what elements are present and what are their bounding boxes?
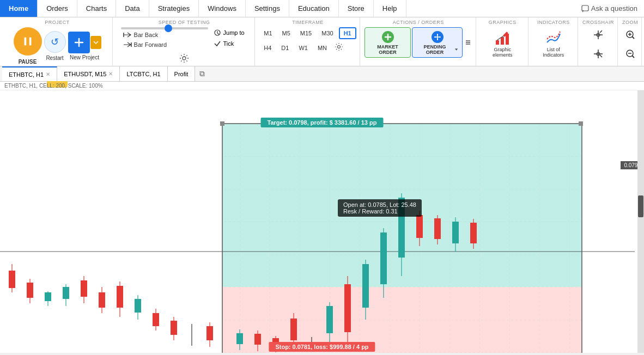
svg-rect-30 [45, 292, 51, 301]
project-group: PROJECT PAUSE ↺ Restart [2, 17, 113, 66]
zoom-out-button[interactable] [623, 46, 638, 63]
svg-rect-49 [236, 333, 243, 344]
chart-tab-ethusdt[interactable]: ETHUSDT, M15 ✕ [57, 66, 120, 81]
pending-order-button[interactable]: PENDING ORDER [412, 27, 462, 58]
graphic-elements-button[interactable]: Graphic elements [481, 27, 525, 60]
timeframe-label: TIMEFRAME [292, 20, 324, 25]
ask-question-btn[interactable]: Ask a question [575, 0, 644, 17]
svg-rect-38 [117, 286, 123, 308]
orders-dropdown-button[interactable] [464, 38, 472, 47]
tf-h1[interactable]: H1 [339, 27, 356, 39]
nav-charts[interactable]: Charts [77, 0, 116, 17]
testing-settings-button[interactable] [177, 51, 191, 67]
pause-button[interactable] [14, 27, 42, 56]
svg-rect-62 [362, 264, 369, 308]
svg-rect-9 [501, 37, 504, 45]
indicators-group: INDICATORS List of Indicators [530, 17, 578, 66]
jump-to-button[interactable]: Jump to [210, 28, 248, 38]
actions-label: ACTIONS / ORDERS [393, 20, 444, 25]
chart-tab-ethbtc[interactable]: ETHBTC, H1 ✕ [2, 66, 57, 81]
chart-tab-ltcbtc[interactable]: LTCBTC, H1 [120, 66, 167, 81]
nav-strategies[interactable]: Strategies [149, 0, 199, 17]
chart-info-bar: ETHBTC, H1, CELL: 200, SCALE: 100% [0, 82, 644, 90]
svg-rect-51 [254, 334, 261, 345]
svg-rect-74 [470, 223, 477, 243]
chart-settings-button[interactable] [332, 40, 345, 55]
pause-label: PAUSE [19, 59, 37, 65]
svg-rect-55 [290, 319, 297, 340]
timeframe-group: TIMEFRAME M1 M5 M15 M30 H1 H4 D1 W1 MN [256, 17, 360, 66]
bar-nav: Bar Back Bar Forward [121, 27, 208, 49]
tf-m5[interactable]: M5 [278, 27, 295, 39]
nav-store[interactable]: Store [339, 0, 374, 17]
svg-rect-1 [24, 38, 26, 46]
nav-education[interactable]: Education [289, 0, 339, 17]
nav-help[interactable]: Help [374, 0, 406, 17]
nav-windows[interactable]: Windows [199, 0, 246, 17]
svg-rect-28 [27, 283, 33, 298]
chart-scrollbar[interactable] [637, 90, 644, 353]
save-dropdown-button[interactable] [90, 36, 101, 49]
svg-rect-60 [344, 284, 351, 332]
restart-button[interactable]: ↺ [44, 31, 66, 53]
svg-rect-68 [416, 215, 423, 238]
toolbar: PROJECT PAUSE ↺ Restart [0, 17, 644, 66]
svg-rect-47 [206, 326, 213, 340]
tf-d1[interactable]: D1 [277, 42, 293, 53]
pop-out-button[interactable]: ⧉ [195, 67, 209, 81]
svg-rect-76 [220, 121, 224, 126]
crosshair-label: CROSSHAIR [582, 20, 614, 25]
crosshair-move-button[interactable] [591, 46, 606, 63]
svg-rect-34 [81, 280, 87, 297]
tf-h4[interactable]: H4 [259, 42, 276, 53]
new-project-icon[interactable] [68, 32, 90, 53]
svg-rect-26 [9, 271, 15, 288]
tf-mn[interactable]: MN [313, 42, 331, 53]
chart-tab-profit[interactable]: Profit [168, 66, 196, 81]
bar-back-button[interactable]: Bar Back [121, 30, 208, 39]
nav-orders[interactable]: Orders [38, 0, 77, 17]
nav-bar: Home Orders Charts Data Strategies Windo… [0, 0, 644, 17]
svg-rect-36 [99, 292, 105, 308]
tf-w1[interactable]: W1 [294, 42, 312, 53]
tf-m30[interactable]: M30 [317, 27, 337, 39]
jump-tick-group: Jump to Tick [210, 28, 248, 48]
zoom-in-button[interactable] [623, 27, 638, 44]
close-tab-ethbtc[interactable]: ✕ [46, 71, 50, 77]
tooltip-line1: Open at: 0.0785, Lot: 25.48 [343, 201, 416, 208]
svg-point-4 [183, 57, 186, 60]
nav-data[interactable]: Data [116, 0, 149, 17]
svg-rect-58 [326, 306, 333, 333]
nav-settings[interactable]: Settings [246, 0, 289, 17]
svg-rect-64 [380, 232, 387, 284]
zoom-group: ZOOM [619, 17, 642, 66]
close-tab-ethusdt[interactable]: ✕ [108, 71, 113, 77]
tf-m1[interactable]: M1 [259, 27, 276, 39]
candlestick-chart [0, 90, 644, 353]
scrollbar-thumb[interactable] [638, 195, 643, 217]
tick-button[interactable]: Tick [210, 39, 248, 48]
trade-tooltip: Open at: 0.0785, Lot: 25.48 Resk / Rewar… [338, 199, 422, 217]
svg-rect-0 [582, 5, 588, 11]
new-project-label: New Project [70, 54, 99, 60]
svg-rect-44 [171, 321, 177, 335]
graphics-label: GRAPHICS [489, 20, 517, 25]
crosshair-button[interactable] [591, 27, 606, 44]
svg-rect-40 [135, 299, 141, 313]
actions-group: ACTIONS / ORDERS MARKET ORDER PENDING OR… [361, 17, 476, 66]
market-order-button[interactable]: MARKET ORDER [364, 27, 411, 58]
chart-tabs: ETHBTC, H1 ✕ ETHUSDT, M15 ✕ LTCBTC, H1 P… [0, 66, 644, 82]
bar-forward-button[interactable]: Bar Forward [121, 40, 208, 49]
project-label: PROJECT [45, 20, 70, 25]
nav-home[interactable]: Home [0, 0, 38, 17]
svg-rect-72 [452, 222, 459, 243]
svg-rect-2 [29, 38, 31, 46]
svg-rect-42 [153, 313, 159, 326]
tf-m15[interactable]: M15 [296, 27, 316, 39]
svg-rect-77 [579, 121, 583, 126]
graphics-group: GRAPHICS Graphic elements [477, 17, 528, 66]
stop-label: Stop: 0.0781, loss: $999.88 / 4 pp [269, 342, 375, 352]
list-of-indicators-button[interactable]: List of Indicators [533, 27, 574, 60]
tooltip-line2: Resk / Reward: 0.31 [343, 208, 416, 215]
speed-slider[interactable] [121, 27, 208, 29]
